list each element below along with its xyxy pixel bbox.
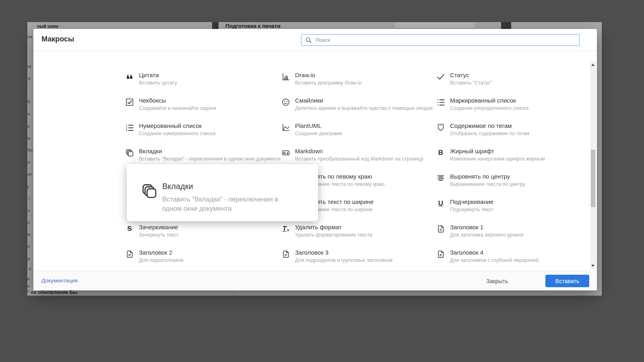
background-text-fragment: бн <box>27 111 30 116</box>
documentation-link[interactable]: Документация <box>41 278 78 284</box>
background-text-fragment: De <box>27 232 31 237</box>
background-dark-block <box>501 22 511 29</box>
background-text-fragment: е о <box>27 266 31 271</box>
macro-item-description: Вставить преобразованный код Markdown на… <box>295 156 423 162</box>
macro-item-title: Нумерованный список <box>139 122 215 130</box>
background-text-fragment: Бег <box>27 172 32 177</box>
background-text-fragment: ое обновление Бы <box>31 290 77 295</box>
macro-item-title: Маркированный список <box>450 97 528 104</box>
macro-item[interactable]: B Жирный шрифт Изменение начертания шриф… <box>436 148 597 173</box>
heading-icon <box>436 224 446 234</box>
tooltip-description: Вставить "Вкладки" - переключения в одно… <box>162 195 295 213</box>
macro-item-description: Вставить "Статус" <box>450 80 492 86</box>
macro-item-title: Смайлики <box>295 97 433 104</box>
insert-button[interactable]: Вставить <box>545 275 589 287</box>
background-text-fragment: з р <box>27 76 31 80</box>
macro-item-description: Вставить диаграмму Draw.io <box>295 80 361 86</box>
macro-item-title: Draw.io <box>295 72 361 79</box>
background-text-fragment: ны <box>27 136 31 140</box>
tooltip-title: Вкладки <box>162 182 193 191</box>
heading-icon <box>436 249 446 259</box>
macro-item-description: Отобразить содержимое по тегам <box>450 130 529 137</box>
scrollbar[interactable] <box>590 61 596 269</box>
smiley-icon <box>281 97 291 107</box>
macros-dialog: Макросы Цитата Вставить цитату Draw.io В… <box>33 29 597 290</box>
macro-item[interactable]: Чекбоксы Создавайте и назначайте задачи <box>125 97 281 122</box>
macro-item-title: Вкладки <box>139 148 281 155</box>
background-text-fragment: ещ <box>27 64 31 68</box>
macro-item[interactable]: Содержимое по тегам Отобразить содержимо… <box>436 122 597 148</box>
macro-tooltip: Вкладки Вставить "Вкладки" - переключени… <box>127 164 318 221</box>
macro-item[interactable]: 123 Нумерованный список Создание нумеров… <box>125 122 281 148</box>
macro-item-description: Создавайте и назначайте задачи <box>139 105 216 111</box>
markdown-icon: M <box>281 148 291 158</box>
macro-item-title: Содержимое по тегам <box>450 122 529 130</box>
tag-icon <box>436 123 446 132</box>
background-text-fragment: е ( <box>27 196 30 201</box>
macro-item-title: Выровнять по центру <box>450 173 525 180</box>
background-text-fragment: нн <box>27 160 30 165</box>
macro-item-title: Заголовок 1 <box>450 224 523 231</box>
background-text-fragment: из <box>27 208 29 213</box>
numbered-list-icon: 123 <box>125 123 134 132</box>
dialog-header: Макросы <box>33 29 597 51</box>
background-text-fragment: ер <box>27 256 30 261</box>
background-text-fragment: нь <box>27 123 30 128</box>
macro-item[interactable]: Маркированный список Создание упорядочен… <box>436 97 597 122</box>
macro-item-title: Markdown <box>295 148 423 155</box>
background-text-fragment: нс <box>27 288 30 293</box>
underline-icon: U <box>436 199 446 208</box>
macro-item-title: Чекбоксы <box>139 97 216 104</box>
macro-item-description: Для подразделов и групповых заголовков <box>295 257 392 263</box>
macro-item-title: Подчеркивание <box>450 198 493 206</box>
macro-item[interactable]: S Зачеркивание Зачеркнуть текст <box>125 224 281 249</box>
remove-format-icon: T× <box>281 224 291 234</box>
macro-item-description: Для заголовка верхнего уровня <box>450 232 523 238</box>
plantuml-icon <box>281 123 291 132</box>
background-text-fragment: ое <box>27 276 30 281</box>
svg-text:3: 3 <box>126 129 128 132</box>
macro-item[interactable]: Смайлики Делитесь идеями и выражайте чув… <box>281 97 436 122</box>
heading-icon <box>125 249 134 259</box>
macro-item[interactable]: Цитата Вставить цитату <box>125 72 281 97</box>
macro-item-title: Заголовок 4 <box>450 249 539 256</box>
macro-item-title: PlantUML <box>295 122 342 130</box>
background-text-fragment: об <box>27 99 30 104</box>
macro-item-description: Для заголовков с глубокой иерархией <box>450 257 539 263</box>
macro-item-description: Вставить цитату <box>139 80 177 86</box>
macro-item-description: Зачеркнуть текст <box>139 232 179 238</box>
drawio-icon <box>281 72 291 82</box>
macro-item-title: Цитата <box>139 72 177 79</box>
macro-item[interactable]: Выровнять по центру Выравнивание текста … <box>436 173 597 198</box>
scroll-down-arrow-icon[interactable] <box>591 265 594 267</box>
macro-item-title: Статус <box>450 72 492 79</box>
macro-item-title: Удалить формат <box>295 224 372 231</box>
scroll-up-arrow-icon[interactable] <box>591 64 594 66</box>
macro-item-description: Для подзаголовков <box>139 257 184 263</box>
search-box[interactable] <box>301 34 580 46</box>
dialog-title: Макросы <box>41 35 74 43</box>
dialog-footer: Документация Закрыть Вставить <box>33 271 597 290</box>
macro-item[interactable]: U Подчеркивание Подчеркнуть текст <box>436 198 597 224</box>
macro-item-description: Создание нумерованного списка <box>139 130 215 137</box>
macro-item-description: Делитесь идеями и выражайте чувства с по… <box>295 105 433 111</box>
scrollbar-thumb[interactable] <box>591 150 595 207</box>
close-button[interactable]: Закрыть <box>479 275 515 287</box>
background-text-fragment: ный элем <box>37 24 58 29</box>
tabs-icon <box>140 182 159 200</box>
tabs-icon <box>125 148 134 158</box>
background-text-fragment: ели <box>27 34 32 39</box>
macro-item[interactable]: Статус Вставить "Статус" <box>436 72 597 97</box>
bullet-list-icon <box>436 97 446 107</box>
background-text-fragment: ку <box>27 184 29 189</box>
background-page-heading: Подготовка к печати <box>225 23 281 29</box>
macro-item[interactable]: Заголовок 1 Для заголовка верхнего уровн… <box>436 224 597 249</box>
macro-item[interactable]: T× Удалить формат Удалить форматирование… <box>281 224 436 249</box>
macro-item[interactable]: Draw.io Вставить диаграмму Draw.io <box>281 72 436 97</box>
svg-text:M: M <box>283 151 286 155</box>
macro-item[interactable]: PlantUML Создание диаграмм <box>281 122 436 148</box>
search-input[interactable] <box>315 37 579 43</box>
check-icon <box>436 72 446 82</box>
background-text-fragment: обн <box>27 148 33 152</box>
bold-icon: B <box>436 148 446 158</box>
